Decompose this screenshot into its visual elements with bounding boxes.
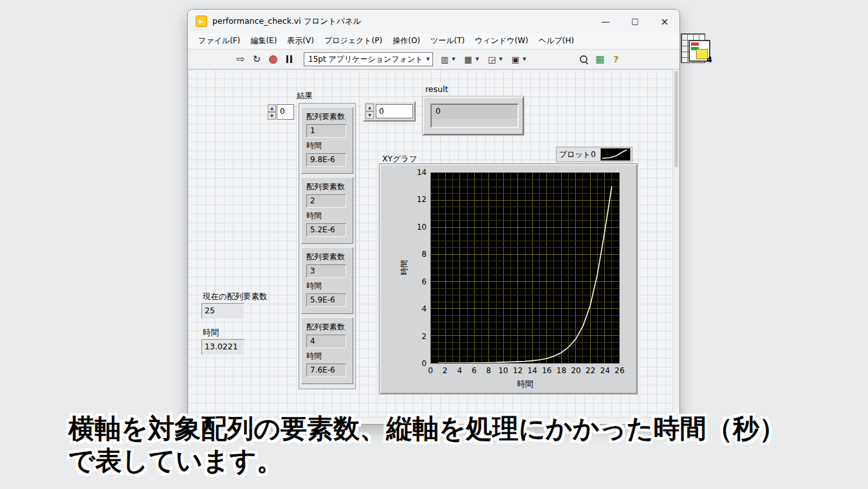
title-bar[interactable]: ▶ performance_check.vi フロントパネル — □ × (188, 10, 679, 33)
run-icon: ⇨ (237, 55, 245, 64)
toolbar: ⇨ ↻ 15pt アプリケーションフォント ▼ ▥ ▼ ▦ ▼ ◲ ▼ ▣ (188, 50, 679, 69)
increment-icon[interactable]: ▲ (268, 104, 276, 112)
chevron-down-icon: ▼ (427, 57, 430, 62)
y-tick-label: 8 (421, 250, 427, 259)
distribute-objects-icon: ▦ (465, 55, 472, 64)
xy-graph: 時間 14121086420 02468101214161820222426 時… (379, 163, 638, 394)
maximize-button[interactable]: □ (620, 10, 650, 33)
result-control-value[interactable]: 0 (376, 104, 413, 118)
array-index-control[interactable]: ▲ ▼ 0 (268, 104, 294, 120)
array-element-cluster: 配列要素数 3 時間 5.9E-6 (301, 247, 353, 314)
menu-item[interactable]: プロジェクト(P) (319, 33, 387, 48)
current-count-label: 現在の配列要素数 (201, 291, 268, 302)
x-tick-label: 14 (525, 366, 539, 376)
window-title: performance_check.vi フロントパネル (212, 16, 591, 27)
element-time-label: 時間 (306, 351, 348, 362)
plot-area[interactable] (430, 172, 620, 364)
align-objects-button[interactable]: ▥ ▼ (441, 51, 456, 67)
elapsed-time-value[interactable]: 13.0221 (201, 339, 245, 355)
element-time-value[interactable]: 5.2E-6 (306, 223, 346, 237)
legend-plot-name: プロット0 (558, 149, 597, 160)
labview-window: ▶ performance_check.vi フロントパネル — □ × ファイ… (187, 9, 680, 425)
context-help-button[interactable]: ? (610, 51, 623, 67)
element-count-label: 配列要素数 (306, 322, 348, 333)
reorder-objects-button[interactable]: ▣ ▼ (512, 51, 526, 67)
search-icon (580, 55, 588, 64)
font-selector[interactable]: 15pt アプリケーションフォント ▼ (304, 52, 433, 66)
y-tick-label: 14 (417, 168, 427, 177)
menu-item[interactable]: ツール(T) (425, 33, 470, 48)
element-count-label: 配列要素数 (306, 252, 348, 263)
element-count-value[interactable]: 4 (306, 335, 346, 348)
search-button[interactable] (578, 51, 591, 67)
element-time-label: 時間 (306, 210, 348, 221)
vertical-scrollbar-thumb[interactable] (674, 71, 678, 167)
minimize-button[interactable]: — (591, 10, 620, 33)
caption-line-2: で表しています。 (68, 445, 786, 477)
element-count-label: 配列要素数 (306, 181, 348, 192)
probe-icon: ▦ (596, 55, 605, 64)
result-array-label: 結果 (295, 91, 314, 102)
chevron-down-icon: ▼ (499, 57, 503, 62)
current-count-value[interactable]: 25 (201, 303, 245, 319)
y-tick-labels: 14121086420 (401, 168, 427, 368)
menu-item[interactable]: ウィンドウ(W) (470, 33, 533, 48)
menu-item[interactable]: 編集(E) (245, 33, 282, 48)
menu-item[interactable]: 表示(V) (282, 33, 319, 48)
array-index-value[interactable]: 0 (277, 104, 294, 120)
help-icon: ? (614, 55, 619, 64)
align-objects-icon: ▥ (441, 55, 448, 64)
result-label: result (424, 84, 449, 94)
increment-icon[interactable]: ▲ (365, 104, 374, 111)
array-element-cluster: 配列要素数 2 時間 5.2E-6 (301, 177, 353, 244)
element-time-label: 時間 (306, 140, 348, 151)
x-tick-labels: 02468101214161820222426 (423, 366, 627, 376)
pause-button[interactable] (282, 51, 295, 67)
resize-objects-icon: ◲ (488, 55, 495, 64)
element-time-value[interactable]: 7.6E-6 (306, 364, 346, 377)
y-tick-label: 12 (417, 195, 427, 204)
element-count-value[interactable]: 2 (306, 194, 346, 208)
pause-icon (286, 55, 292, 63)
decrement-icon[interactable]: ▼ (268, 112, 276, 120)
y-tick-label: 4 (421, 304, 427, 313)
run-continuous-button[interactable]: ↻ (250, 51, 263, 67)
plot-sample-icon (600, 148, 631, 161)
x-tick-label: 8 (481, 366, 495, 376)
chevron-down-icon: ▼ (452, 57, 455, 62)
abort-icon (269, 55, 277, 64)
x-tick-label: 26 (613, 366, 627, 376)
abort-button[interactable] (266, 51, 279, 67)
x-tick-label: 16 (540, 366, 554, 376)
caption: 横軸を対象配列の要素数、縦軸を処理にかかった時間（秒） で表しています。 (68, 412, 786, 477)
array-element-cluster: 配列要素数 1 時間 9.8E-6 (301, 107, 353, 174)
chevron-down-icon: ▼ (476, 57, 479, 62)
distribute-objects-button[interactable]: ▦ ▼ (465, 51, 479, 67)
menu-item[interactable]: ファイル(F) (193, 33, 245, 48)
plot-svg (431, 173, 619, 363)
element-count-value[interactable]: 3 (306, 264, 346, 278)
labview-app-icon: ▶ (196, 15, 207, 27)
x-tick-label: 20 (569, 366, 583, 376)
plot-legend[interactable]: プロット0 (556, 147, 633, 162)
run-button[interactable]: ⇨ (234, 51, 247, 67)
close-button[interactable]: × (650, 10, 679, 33)
decrement-icon[interactable]: ▼ (365, 111, 374, 119)
menu-item[interactable]: ヘルプ(H) (533, 33, 579, 48)
vertical-scrollbar[interactable] (672, 69, 679, 417)
array-element-cluster: 配列要素数 4 時間 7.6E-6 (301, 317, 353, 384)
menu-item[interactable]: 操作(O) (387, 33, 425, 48)
probe-button[interactable]: ▦ (594, 51, 607, 67)
result-indicator-value[interactable]: 0 (430, 104, 519, 128)
run-continuous-icon: ↻ (253, 55, 261, 64)
element-time-label: 時間 (306, 281, 348, 291)
resize-objects-button[interactable]: ◲ ▼ (488, 51, 503, 67)
element-count-label: 配列要素数 (306, 111, 348, 122)
element-count-value[interactable]: 1 (306, 124, 346, 138)
element-time-value[interactable]: 5.9E-6 (306, 293, 346, 307)
desktop: 4 ▶ performance_check.vi フロントパネル — □ × フ… (0, 0, 868, 489)
front-panel: ▲ ▼ 0 結果 配列要素数 1 時間 9.8E-6 配列要素数 (188, 69, 672, 417)
result-numeric-control[interactable]: ▲ ▼ 0 (363, 101, 416, 122)
element-time-value[interactable]: 9.8E-6 (306, 153, 346, 167)
x-tick-label: 18 (554, 366, 568, 376)
